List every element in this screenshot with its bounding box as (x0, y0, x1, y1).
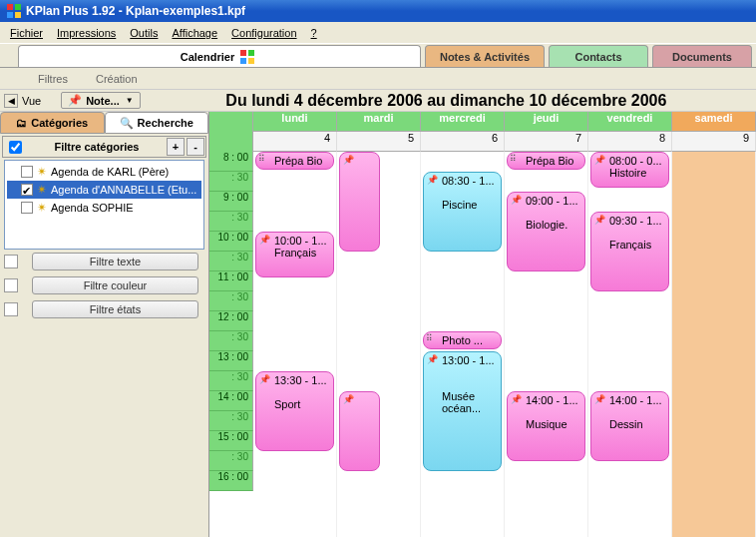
search-icon: 🔍 (120, 117, 134, 130)
event-prepa-bio-2[interactable]: ⠿Prépa Bio (507, 152, 585, 170)
tab-notes[interactable]: Notes & Activités (425, 45, 545, 67)
menu-help[interactable]: ? (305, 25, 323, 41)
event-musee[interactable]: 📌13:00 - 1... Musée océan... (423, 351, 502, 471)
svg-rect-7 (248, 58, 254, 64)
pin-icon: 📌 (594, 395, 605, 405)
menu-fichier[interactable]: Fichier (4, 25, 49, 41)
event-francais[interactable]: 📌10:00 - 1... Français (255, 232, 334, 277)
filter-categories-header: Filtre catégories + - (2, 136, 206, 158)
vue-bar: ◀ Vue 📌 Note... ▼ Du lundi 4 décembre 20… (0, 90, 756, 112)
pin-icon: 📌 (511, 196, 522, 206)
event-francais-2[interactable]: 📌09:30 - 1... Français (590, 212, 669, 291)
day-header-samedi: samedi (672, 112, 756, 132)
day-number: 7 (505, 132, 588, 152)
svg-rect-1 (15, 4, 21, 10)
agenda-label: Agenda SOPHIE (51, 202, 134, 214)
event-mardi-2[interactable]: 📌 (339, 391, 380, 471)
event-musique[interactable]: 📌14:00 - 1... Musique (507, 391, 585, 461)
event-piscine[interactable]: 📌08:30 - 1... Piscine (423, 172, 502, 252)
menu-configuration[interactable]: Configuration (225, 25, 302, 41)
vue-prev-button[interactable]: ◀ (4, 94, 18, 108)
filter-state-button[interactable]: Filtre états (32, 300, 198, 318)
event-dessin[interactable]: 📌14:00 - 1... Dessin (590, 391, 669, 461)
event-histoire[interactable]: 📌08:00 - 0... Histoire (590, 152, 669, 188)
filter-text-checkbox[interactable] (4, 255, 18, 268)
event-biologie[interactable]: 📌09:00 - 1... Biologie. (507, 192, 585, 271)
day-col-mardi[interactable]: 📌 📌 (337, 152, 421, 537)
agenda-tree: ✴ Agenda de KARL (Père) ✔ ✴ Agenda d'ANN… (4, 160, 204, 250)
sub-bar: Filtres Création (0, 68, 756, 90)
pin-icon: 📌 (259, 236, 270, 246)
day-col-lundi[interactable]: ⠿Prépa Bio 📌10:00 - 1... Français 📌13:30… (253, 152, 337, 537)
menu-affichage[interactable]: Affichage (166, 25, 223, 41)
app-icon-small (240, 50, 254, 64)
svg-rect-3 (15, 12, 21, 18)
filter-categories-checkbox[interactable] (9, 141, 22, 154)
filter-color-checkbox[interactable] (4, 278, 18, 292)
day-header-vendredi: vendredi (588, 112, 672, 132)
day-number: 6 (421, 132, 505, 152)
sidebar-tab-recherche[interactable]: 🔍 Recherche (105, 112, 209, 134)
notes-dropdown[interactable]: 📌 Note... ▼ (61, 92, 141, 109)
filter-text-button[interactable]: Filtre texte (32, 253, 198, 270)
pin-icon: 📌 (343, 395, 354, 405)
menu-outils[interactable]: Outils (124, 25, 164, 41)
filter-color-button[interactable]: Filtre couleur (32, 276, 198, 294)
day-header-jeudi: jeudi (505, 112, 588, 132)
pin-icon: 📌 (594, 216, 605, 226)
event-mardi-1[interactable]: 📌 (339, 152, 380, 252)
filter-categories-label: Filtre catégories (28, 141, 166, 153)
agenda-checkbox[interactable] (21, 202, 33, 214)
day-col-mercredi[interactable]: 📌08:30 - 1... Piscine ⠿Photo ... 📌13:00 … (421, 152, 505, 537)
tab-calendrier-label: Calendrier (181, 51, 234, 63)
agenda-label: Agenda d'ANNABELLE (Etu... (51, 184, 196, 196)
event-photo[interactable]: ⠿Photo ... (423, 331, 502, 349)
tab-documents[interactable]: Documents (652, 45, 752, 67)
day-col-samedi[interactable] (672, 152, 756, 537)
menu-impressions[interactable]: Impressions (51, 25, 122, 41)
title-bar: KPlan Plus 1.92 - Kplan-exemples1.kpf (0, 0, 756, 22)
pin-icon: 📌 (343, 156, 354, 166)
tab-contacts[interactable]: Contacts (549, 45, 648, 67)
agenda-row-sophie[interactable]: ✴ Agenda SOPHIE (7, 199, 201, 217)
day-number: 9 (672, 132, 756, 152)
gear-icon: ✴ (37, 183, 47, 197)
window-title: KPlan Plus 1.92 - Kplan-exemples1.kpf (26, 4, 245, 18)
svg-rect-6 (240, 58, 246, 64)
agenda-row-annabelle[interactable]: ✔ ✴ Agenda d'ANNABELLE (Etu... (7, 181, 201, 199)
filter-minus-button[interactable]: - (187, 138, 204, 156)
folder-icon: 🗂 (16, 117, 27, 129)
day-number: 4 (253, 132, 337, 152)
gear-icon: ✴ (37, 201, 47, 215)
sidebar-tab-categories[interactable]: 🗂 Catégories (0, 112, 105, 134)
event-sport[interactable]: 📌13:30 - 1... Sport (255, 371, 334, 451)
day-number: 5 (337, 132, 421, 152)
tab-calendrier[interactable]: Calendrier (18, 45, 421, 67)
agenda-checkbox[interactable] (21, 166, 33, 178)
subtab-filtres[interactable]: Filtres (38, 73, 68, 85)
day-number: 8 (588, 132, 672, 152)
event-prepa-bio[interactable]: ⠿Prépa Bio (255, 152, 334, 170)
list-icon: ⠿ (510, 155, 516, 165)
subtab-creation[interactable]: Création (96, 73, 138, 85)
day-col-vendredi[interactable]: 📌08:00 - 0... Histoire 📌09:30 - 1... Fra… (588, 152, 672, 537)
date-range-title: Du lundi 4 décembre 2006 au dimanche 10 … (141, 92, 752, 110)
vue-label: Vue (22, 95, 41, 107)
chevron-down-icon: ▼ (126, 96, 134, 105)
agenda-checkbox[interactable]: ✔ (21, 184, 33, 196)
svg-rect-2 (7, 12, 13, 18)
filter-plus-button[interactable]: + (167, 138, 185, 156)
calendar-grid: lundi4 mardi5 mercredi6 jeudi7 vendredi8… (209, 112, 756, 537)
list-icon: ⠿ (258, 155, 264, 165)
agenda-row-karl[interactable]: ✴ Agenda de KARL (Père) (7, 163, 201, 181)
day-header-mercredi: mercredi (421, 112, 505, 132)
time-gutter: 8 : 00: 30 9 : 00: 30 10 : 00: 30 11 : 0… (209, 152, 253, 537)
menu-bar: Fichier Impressions Outils Affichage Con… (0, 22, 756, 44)
day-col-jeudi[interactable]: ⠿Prépa Bio 📌09:00 - 1... Biologie. 📌14:0… (505, 152, 588, 537)
agenda-label: Agenda de KARL (Père) (51, 166, 169, 178)
pin-icon: 📌 (259, 375, 270, 385)
day-header-mardi: mardi (337, 112, 421, 132)
sidebar: 🗂 Catégories 🔍 Recherche Filtre catégori… (0, 112, 209, 537)
svg-rect-5 (248, 50, 254, 56)
filter-state-checkbox[interactable] (4, 302, 18, 316)
